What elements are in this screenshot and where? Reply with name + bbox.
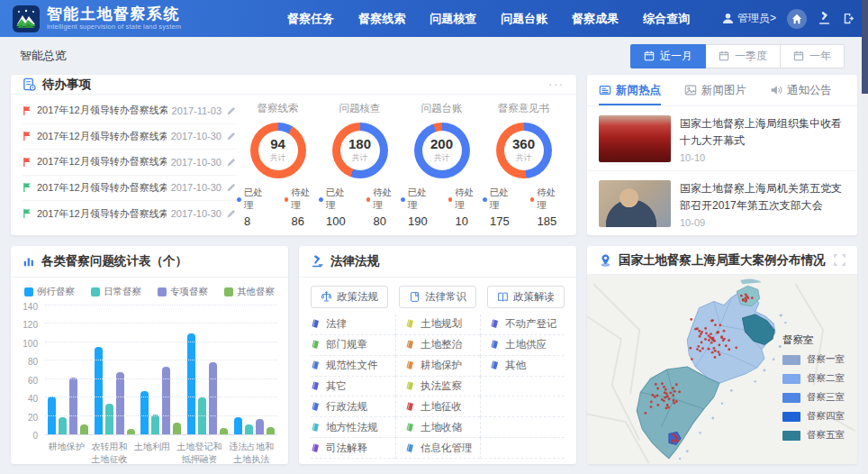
case-dot[interactable] <box>675 400 678 403</box>
bar-其他督察[interactable] <box>127 429 135 434</box>
scrollbar-thumb[interactable] <box>862 0 868 94</box>
case-dot[interactable] <box>672 440 674 442</box>
law-link[interactable]: 地方性法规 <box>311 417 395 438</box>
case-dot[interactable] <box>718 343 720 346</box>
case-dot[interactable] <box>708 339 710 342</box>
law-button-1[interactable]: 政策法规 <box>311 286 388 308</box>
map-legend-item-1[interactable]: 督察一室 <box>782 353 845 366</box>
user-menu[interactable]: 管理员> <box>722 11 776 26</box>
case-dot[interactable] <box>717 351 719 353</box>
case-dot[interactable] <box>720 335 723 338</box>
case-dot[interactable] <box>656 404 659 406</box>
case-dot[interactable] <box>644 412 646 415</box>
edit-icon[interactable] <box>226 131 237 141</box>
case-dot[interactable] <box>661 398 664 401</box>
case-dot[interactable] <box>699 350 701 352</box>
case-dot[interactable] <box>650 400 653 403</box>
case-dot[interactable] <box>665 388 667 391</box>
case-dot[interactable] <box>716 332 719 334</box>
law-tools-button[interactable] <box>818 12 831 25</box>
range-button-3[interactable]: 一年 <box>781 44 845 68</box>
legend-item[interactable]: 例行督察 <box>24 286 75 298</box>
news-tab-3[interactable]: 通知公告 <box>770 75 832 105</box>
case-dot[interactable] <box>735 346 737 349</box>
news-item[interactable]: 国家土地督察上海局机关第五党支部召开2017年第五次支部大会10-09 <box>587 171 857 235</box>
bar-专项督察[interactable] <box>116 372 124 434</box>
bar-日常督察[interactable] <box>245 424 253 434</box>
map-region-south[interactable] <box>637 367 719 459</box>
bar-其他督察[interactable] <box>80 424 88 434</box>
case-dot[interactable] <box>710 342 713 344</box>
case-dot[interactable] <box>698 330 701 333</box>
logout-button[interactable] <box>842 12 855 25</box>
case-dot[interactable] <box>678 390 681 393</box>
donut-ring[interactable]: 94共计 <box>250 123 306 178</box>
law-link[interactable]: 土地收储 <box>395 417 480 438</box>
nav-item-2[interactable]: 督察线索 <box>358 11 405 27</box>
edit-icon[interactable] <box>226 157 237 168</box>
case-dot[interactable] <box>669 391 672 394</box>
bar-例行督察[interactable] <box>140 391 149 434</box>
case-dot[interactable] <box>714 324 717 326</box>
todo-more-button[interactable]: ... <box>548 81 565 87</box>
bar-日常督察[interactable] <box>151 415 159 434</box>
edit-icon[interactable] <box>226 182 237 193</box>
case-dot[interactable] <box>708 348 710 351</box>
range-button-2[interactable]: 一季度 <box>706 44 781 68</box>
map-legend-item-3[interactable]: 督察三室 <box>782 391 845 404</box>
case-dot[interactable] <box>656 395 659 397</box>
case-dot[interactable] <box>656 387 659 390</box>
case-dot[interactable] <box>697 345 700 348</box>
legend-item[interactable]: 其他督察 <box>224 286 275 298</box>
case-dot[interactable] <box>711 351 714 354</box>
case-dot[interactable] <box>713 347 716 350</box>
law-button-3[interactable]: 政策解读 <box>487 286 565 308</box>
case-dot[interactable] <box>668 398 671 401</box>
case-dot[interactable] <box>699 335 701 338</box>
nav-item-6[interactable]: 综合查询 <box>643 11 690 27</box>
case-dot[interactable] <box>674 435 677 438</box>
case-dot[interactable] <box>714 350 717 352</box>
case-dot[interactable] <box>661 382 664 385</box>
law-link[interactable]: 部门规章 <box>311 335 395 356</box>
case-dot[interactable] <box>673 402 675 405</box>
case-dot[interactable] <box>701 347 704 350</box>
map-canvas[interactable]: 督察室 督察一室督察二室督察三室督察四室督察五室 <box>587 275 857 464</box>
case-dot[interactable] <box>696 348 699 351</box>
bar-其他督察[interactable] <box>267 427 275 434</box>
map-legend-item-5[interactable]: 督察五室 <box>782 429 845 442</box>
case-dot[interactable] <box>710 333 712 335</box>
range-button-1[interactable]: 近一月 <box>630 44 706 68</box>
case-dot[interactable] <box>719 353 721 356</box>
legend-item[interactable]: 日常督察 <box>91 286 141 298</box>
map-legend-item-4[interactable]: 督察四室 <box>782 410 845 423</box>
nav-item-3[interactable]: 问题核查 <box>429 11 476 27</box>
case-dot[interactable] <box>723 338 726 341</box>
bar-例行督察[interactable] <box>187 333 195 434</box>
law-link[interactable]: 土地整治 <box>395 335 480 356</box>
case-dot[interactable] <box>707 334 710 337</box>
case-dot[interactable] <box>701 342 703 344</box>
law-link[interactable]: 行政法规 <box>311 397 395 417</box>
case-dot[interactable] <box>667 406 670 409</box>
todo-item[interactable]: 2017年12月领导转办督察线索2017-10-30 <box>23 201 237 227</box>
todo-item[interactable]: 2017年12月领导转办督察线索2017-11-03 <box>23 98 237 124</box>
bar-例行督察[interactable] <box>234 417 242 434</box>
law-link[interactable]: 规范性文件 <box>311 356 395 377</box>
law-link[interactable]: 土地供应 <box>480 335 565 356</box>
case-dot[interactable] <box>719 324 721 326</box>
bar-专项督察[interactable] <box>162 367 170 434</box>
case-dot[interactable] <box>713 340 716 342</box>
page-scrollbar[interactable] <box>862 0 868 474</box>
case-dot[interactable] <box>674 390 676 393</box>
legend-item[interactable]: 专项督察 <box>158 286 208 298</box>
law-link[interactable]: 土地规划 <box>395 314 480 335</box>
law-link[interactable]: 其他 <box>480 356 565 377</box>
map-legend-item-2[interactable]: 督察二室 <box>782 372 845 385</box>
donut-ring[interactable]: 360共计 <box>496 123 552 178</box>
case-dot[interactable] <box>691 358 693 360</box>
case-dot[interactable] <box>664 391 666 394</box>
case-dot[interactable] <box>711 319 714 322</box>
case-dot[interactable] <box>745 300 747 303</box>
case-dot[interactable] <box>676 440 679 442</box>
